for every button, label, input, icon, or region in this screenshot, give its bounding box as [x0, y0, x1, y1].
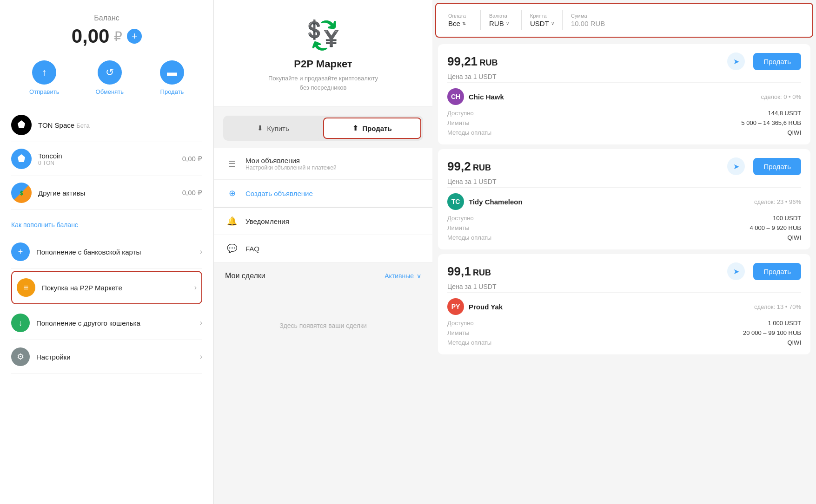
toncoin-info: Toncoin 0 TON: [38, 152, 176, 166]
buy-tab-label: Купить: [267, 124, 289, 132]
p2p-subtitle: Покупайте и продавайте криптовалютубез п…: [228, 74, 418, 92]
offer-price: 99,2: [447, 159, 471, 173]
exchange-button[interactable]: ↺ Обменять: [96, 60, 124, 95]
offer-price: 99,1: [447, 264, 471, 278]
amount-filter[interactable]: Сумма 10.00 RUB: [566, 10, 805, 30]
sell-offer-button[interactable]: Продать: [753, 263, 801, 280]
menu-item-p2p[interactable]: ≡ Покупка на P2P Маркете ›: [11, 271, 202, 304]
sell-tab[interactable]: ⬆ Продать: [323, 118, 421, 139]
payment-filter-value: Все ⇅: [448, 20, 476, 27]
sell-tab-label: Продать: [362, 124, 391, 132]
crypto-filter[interactable]: Крипта USDT ∨: [525, 10, 563, 30]
send-button[interactable]: ↑ Отправить: [29, 60, 59, 95]
chevron-right-icon: ›: [194, 283, 197, 292]
faq-item[interactable]: 💬 FAQ: [214, 235, 432, 262]
offer-seller: PY Proud Yak сделок: 13 • 70%: [447, 298, 801, 315]
notifications-item[interactable]: 🔔 Уведомления: [214, 208, 432, 235]
right-panel: Оплата Все ⇅ Валюта RUB ∨ Крипта USDT ∨ …: [432, 0, 816, 504]
create-ad-item[interactable]: ⊕ Создать объявление: [214, 180, 432, 207]
limits-value: 4 000 – 9 920 RUB: [624, 224, 802, 231]
offer-price-unit: Цена за 1 USDT: [447, 283, 801, 290]
exchange-label: Обменять: [96, 88, 124, 95]
payment-method-value: QIWI: [624, 129, 802, 136]
toncoin-amount: 0,00 ₽: [182, 155, 202, 163]
sell-icon: ▬: [160, 60, 184, 85]
other-assets-amount: 0,00 ₽: [182, 189, 202, 197]
seller-stats: сделок: 0 • 0%: [761, 93, 801, 100]
deals-header: Мои сделки Активные ∨: [225, 272, 421, 280]
seller-stats: сделок: 23 • 96%: [754, 198, 801, 205]
ton-space-info: TON Space Бета: [38, 121, 202, 129]
filter-bar: Оплата Все ⇅ Валюта RUB ∨ Крипта USDT ∨ …: [435, 3, 813, 38]
menu-item-bank-card[interactable]: + Пополнение с банковской карты ›: [11, 235, 202, 269]
crypto-filter-value: USDT ∨: [530, 20, 557, 27]
payment-filter-label: Оплата: [448, 13, 476, 19]
offer-card: 99,2 RUB ➤ Продать Цена за 1 USDT TC Tid…: [438, 149, 810, 249]
deals-empty-message: Здесь появятся ваши сделки: [225, 308, 421, 343]
how-to-fund-title: Как пополнить баланс: [11, 221, 202, 229]
list-item[interactable]: Toncoin 0 TON 0,00 ₽: [11, 142, 202, 176]
limits-value: 5 000 – 14 365,6 RUB: [624, 119, 802, 126]
payment-method-label: Методы оплаты: [447, 339, 624, 346]
currency-filter-value: RUB ∨: [489, 20, 517, 27]
create-ad-label: Создать объявление: [245, 190, 313, 197]
chevron-right-icon: ›: [200, 248, 202, 256]
share-button[interactable]: ➤: [727, 157, 745, 175]
chevron-right-icon: ›: [200, 319, 202, 327]
payment-method-value: QIWI: [624, 339, 802, 346]
toncoin-sub: 0 TON: [38, 160, 176, 166]
available-label: Доступно: [447, 320, 624, 327]
amount-filter-value: 10.00 RUB: [571, 20, 800, 27]
currency-filter-label: Валюта: [489, 13, 517, 19]
bank-card-label: Пополнение с банковской карты: [36, 248, 193, 256]
balance-number: 0,00: [72, 25, 110, 47]
menu-item-settings[interactable]: ⚙ Настройки ›: [11, 340, 202, 374]
offer-price: 99,21: [447, 54, 478, 68]
share-button[interactable]: ➤: [727, 52, 745, 70]
chevron-down-icon: ∨: [506, 21, 509, 26]
buy-sell-tabs: ⬇ Купить ⬆ Продать: [223, 116, 423, 141]
balance-amount: 0,00 ₽ +: [11, 25, 202, 47]
currency-filter[interactable]: Валюта RUB ∨: [484, 10, 522, 30]
deals-filter-button[interactable]: Активные ∨: [385, 272, 421, 280]
chevron-up-down-icon: ⇅: [462, 21, 466, 26]
settings-label: Настройки: [36, 353, 193, 361]
sell-offer-button[interactable]: Продать: [753, 53, 801, 70]
offer-price-unit: Цена за 1 USDT: [447, 73, 801, 80]
payment-filter[interactable]: Оплата Все ⇅: [444, 10, 481, 30]
offer-details: Доступно 1 000 USDT Лимиты 20 000 – 99 1…: [447, 320, 801, 346]
divider: [447, 187, 801, 188]
buy-tab[interactable]: ⬇ Купить: [225, 118, 321, 139]
chevron-down-icon: ∨: [417, 272, 421, 280]
p2p-market-icon: 💱: [228, 19, 418, 52]
seller-stats: сделок: 13 • 70%: [754, 303, 801, 310]
sell-offer-button[interactable]: Продать: [753, 158, 801, 175]
toncoin-name: Toncoin: [38, 152, 176, 160]
offer-seller: CH Chic Hawk сделок: 0 • 0%: [447, 88, 801, 105]
list-item[interactable]: 💲 Другие активы 0,00 ₽: [11, 176, 202, 210]
my-ads-item[interactable]: ☰ Мои объявления Настройки объявлений и …: [214, 148, 432, 180]
other-wallet-label: Пополнение с другого кошелька: [36, 319, 193, 327]
faq-icon: 💬: [225, 243, 239, 254]
p2p-label: Покупка на P2P Маркете: [42, 284, 188, 292]
send-icon: ↑: [32, 60, 56, 85]
offer-seller: TC Tidy Chameleon сделок: 23 • 96%: [447, 193, 801, 210]
add-balance-button[interactable]: +: [127, 29, 142, 44]
payment-method-label: Методы оплаты: [447, 234, 624, 241]
action-buttons: ↑ Отправить ↺ Обменять ▬ Продать: [11, 60, 202, 95]
list-item[interactable]: TON Space Бета: [11, 108, 202, 142]
menu-item-other-wallet[interactable]: ↓ Пополнение с другого кошелька ›: [11, 306, 202, 340]
amount-filter-label: Сумма: [571, 13, 800, 19]
limits-label: Лимиты: [447, 224, 624, 231]
settings-icon: ⚙: [11, 347, 30, 366]
offer-list: 99,21 RUB ➤ Продать Цена за 1 USDT CH Ch…: [432, 40, 816, 363]
middle-menu: ☰ Мои объявления Настройки объявлений и …: [214, 148, 432, 262]
seller-name: Proud Yak: [469, 303, 503, 311]
sell-button[interactable]: ▬ Продать: [160, 60, 184, 95]
sell-arrow-icon: ⬆: [352, 124, 358, 132]
my-ads-label: Мои объявления: [245, 157, 337, 164]
share-button[interactable]: ➤: [727, 262, 745, 280]
available-label: Доступно: [447, 110, 624, 117]
toncoin-icon: [11, 149, 32, 169]
left-panel: Баланс 0,00 ₽ + ↑ Отправить ↺ Обменять ▬…: [0, 0, 214, 504]
